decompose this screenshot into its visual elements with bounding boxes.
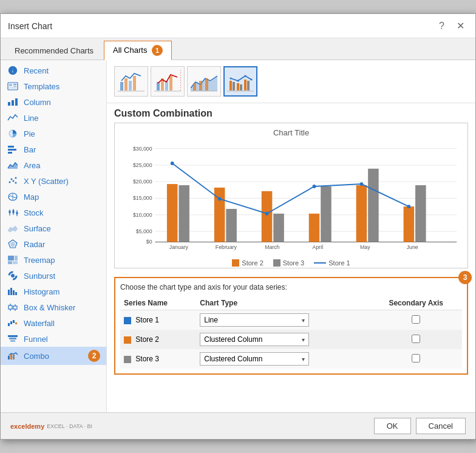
sidebar-item-templates[interactable]: Templates	[1, 78, 106, 94]
tab-recommended[interactable]: Recommended Charts	[5, 42, 103, 59]
series-config: 3 Choose the chart type and axis for you…	[114, 277, 468, 375]
svg-rect-94	[167, 184, 178, 242]
svg-rect-30	[8, 261, 12, 264]
sidebar-item-area[interactable]: Area	[1, 157, 106, 173]
dropdown-arrow-store3: ▾	[302, 356, 305, 363]
secondary-axis-checkbox-store3[interactable]	[412, 354, 420, 363]
svg-point-106	[171, 162, 174, 165]
svg-rect-42	[13, 306, 17, 309]
svg-text:May: May	[360, 244, 370, 250]
sidebar-label-funnel: Funnel	[24, 335, 48, 344]
sidebar-label-sunburst: Sunburst	[24, 271, 55, 281]
sidebar-item-column[interactable]: Column	[1, 94, 106, 110]
title-bar-controls: ? ✕	[435, 19, 468, 33]
svg-rect-69	[229, 81, 232, 90]
histogram-icon	[7, 287, 19, 296]
svg-point-75	[230, 78, 232, 80]
box-icon	[7, 302, 19, 312]
sidebar-item-pie[interactable]: Pie	[1, 126, 106, 141]
svg-rect-102	[356, 185, 367, 242]
sidebar-item-waterfall[interactable]: Waterfall	[1, 315, 106, 331]
sidebar-label-pie: Pie	[24, 129, 35, 138]
series-name-store3: Store 3	[120, 349, 196, 369]
sidebar-label-recent: Recent	[24, 66, 49, 75]
sidebar-item-funnel[interactable]: Funnel	[1, 331, 106, 347]
svg-rect-99	[273, 214, 284, 242]
svg-text:March: March	[265, 244, 279, 250]
sidebar-item-map[interactable]: Map	[1, 189, 106, 205]
svg-point-78	[251, 79, 253, 81]
secondary-axis-checkbox-store2[interactable]	[412, 335, 420, 343]
watermark: exceldemy EXCEL · DATA · BI	[10, 423, 92, 430]
secondary-axis-checkbox-store1[interactable]	[412, 315, 420, 324]
sidebar-item-recent[interactable]: Recent	[1, 63, 106, 78]
svg-text:June: June	[407, 244, 418, 250]
sidebar: Recent Templates Column Li	[1, 60, 107, 412]
svg-rect-66	[199, 81, 202, 90]
svg-rect-7	[12, 100, 14, 106]
svg-text:$10,000: $10,000	[133, 212, 152, 218]
chart-type-4[interactable]	[223, 66, 257, 97]
chart-type-dropdown-store2[interactable]: Clustered Column ▾	[200, 333, 309, 346]
bar-icon	[7, 145, 19, 154]
series-charttype-store1: Line ▾	[196, 310, 370, 330]
legend-color-store1	[314, 262, 326, 264]
legend-label-store2: Store 2	[242, 259, 263, 267]
series-name-store1: Store 1	[120, 310, 196, 330]
sidebar-item-bar[interactable]: Bar	[1, 141, 106, 157]
watermark-sub: EXCEL · DATA · BI	[47, 423, 92, 429]
sidebar-item-surface[interactable]: Surface	[1, 220, 106, 236]
area-icon	[7, 160, 19, 170]
svg-point-109	[313, 185, 316, 188]
series-name-store2: Store 2	[120, 330, 196, 349]
combo-badge: 2	[88, 350, 100, 362]
sidebar-item-box[interactable]: Box & Whisker	[1, 299, 106, 315]
chart-type-2[interactable]	[151, 66, 185, 97]
tab-all-charts[interactable]: All Charts 1	[104, 41, 172, 60]
ok-button[interactable]: OK	[374, 418, 411, 434]
help-button[interactable]: ?	[435, 19, 448, 33]
scatter-icon	[7, 176, 19, 186]
svg-rect-72	[240, 84, 242, 90]
svg-rect-10	[8, 146, 14, 148]
legend-store1: Store 1	[314, 259, 350, 267]
chart-type-1[interactable]	[114, 66, 148, 97]
sidebar-item-stock[interactable]: Stock	[1, 205, 106, 220]
svg-rect-52	[10, 354, 12, 359]
svg-rect-5	[9, 87, 16, 89]
svg-rect-2	[9, 84, 12, 86]
svg-text:$5,000: $5,000	[136, 228, 152, 234]
watermark-brand: exceldemy	[10, 423, 44, 430]
chart-inner-title: Chart Title	[120, 128, 463, 137]
map-icon	[7, 192, 19, 202]
legend-store3: Store 3	[273, 259, 304, 267]
legend-color-store3	[273, 259, 280, 267]
series-color-store3	[124, 356, 131, 363]
sidebar-item-radar[interactable]: Radar	[1, 236, 106, 252]
svg-text:$15,000: $15,000	[133, 195, 152, 201]
svg-rect-65	[193, 83, 196, 90]
col-secondary-axis: Secondary Axis	[370, 296, 463, 310]
sidebar-item-xyscatter[interactable]: X Y (Scatter)	[1, 173, 106, 189]
cancel-button[interactable]: Cancel	[416, 418, 466, 434]
svg-rect-37	[15, 292, 17, 295]
sidebar-item-histogram[interactable]: Histogram	[1, 284, 106, 299]
sidebar-item-sunburst[interactable]: Sunburst	[1, 268, 106, 284]
svg-text:$25,000: $25,000	[133, 162, 152, 168]
svg-point-111	[407, 205, 410, 208]
svg-rect-74	[247, 81, 250, 90]
line-icon	[7, 113, 19, 123]
close-button[interactable]: ✕	[453, 19, 468, 33]
svg-rect-73	[244, 80, 246, 90]
chart-type-dropdown-store1[interactable]: Line ▾	[200, 313, 309, 327]
sidebar-item-combo[interactable]: Combo 2	[1, 347, 106, 365]
series-charttype-store2: Clustered Column ▾	[196, 330, 370, 349]
sidebar-item-line[interactable]: Line	[1, 110, 106, 126]
chart-type-dropdown-store3[interactable]: Clustered Column ▾	[200, 352, 309, 366]
svg-rect-28	[8, 256, 14, 261]
sidebar-item-treemap[interactable]: Treemap	[1, 252, 106, 268]
svg-rect-36	[13, 290, 15, 295]
column-icon	[7, 97, 19, 107]
tab-bar: Recommended Charts All Charts 1	[1, 38, 475, 60]
chart-type-3[interactable]	[187, 66, 221, 97]
